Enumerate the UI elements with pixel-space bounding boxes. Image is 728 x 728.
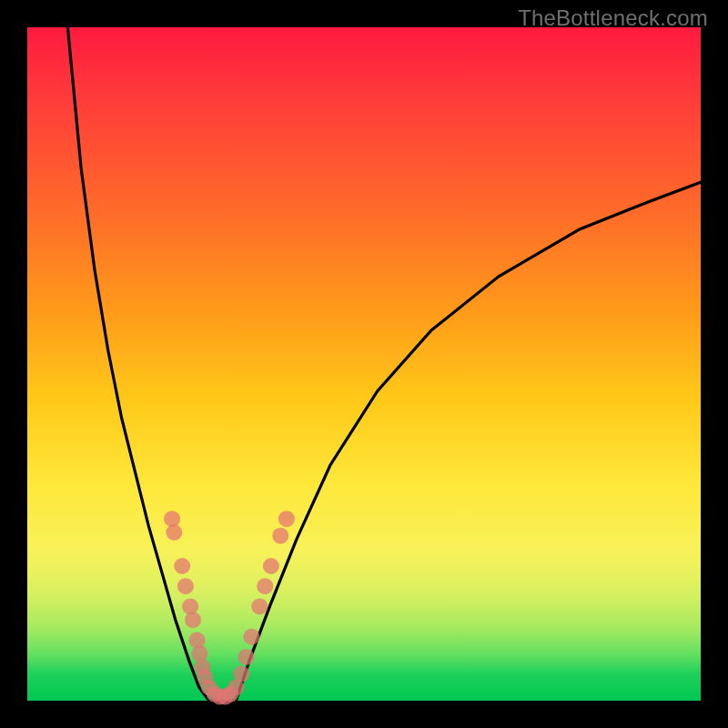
- sample-dot: [188, 632, 205, 648]
- curve-group: [67, 27, 701, 701]
- sample-dot: [177, 578, 194, 594]
- chart-svg: [27, 27, 701, 701]
- dots-group: [164, 511, 295, 704]
- sample-dot: [174, 558, 190, 574]
- sample-dot: [182, 598, 198, 614]
- sample-dot: [272, 528, 288, 544]
- sample-dot: [251, 598, 268, 614]
- plot-area: [27, 27, 701, 701]
- sample-dot: [238, 649, 255, 665]
- sample-dot: [185, 612, 201, 628]
- sample-dot: [191, 645, 207, 662]
- sample-dot: [243, 629, 259, 645]
- bottleneck-curve: [67, 27, 701, 701]
- sample-dot: [263, 558, 279, 574]
- sample-dot: [278, 511, 295, 527]
- sample-dot: [166, 524, 182, 541]
- chart-frame: TheBottleneck.com: [0, 0, 728, 728]
- sample-dot: [257, 578, 273, 594]
- sample-dot: [233, 665, 249, 682]
